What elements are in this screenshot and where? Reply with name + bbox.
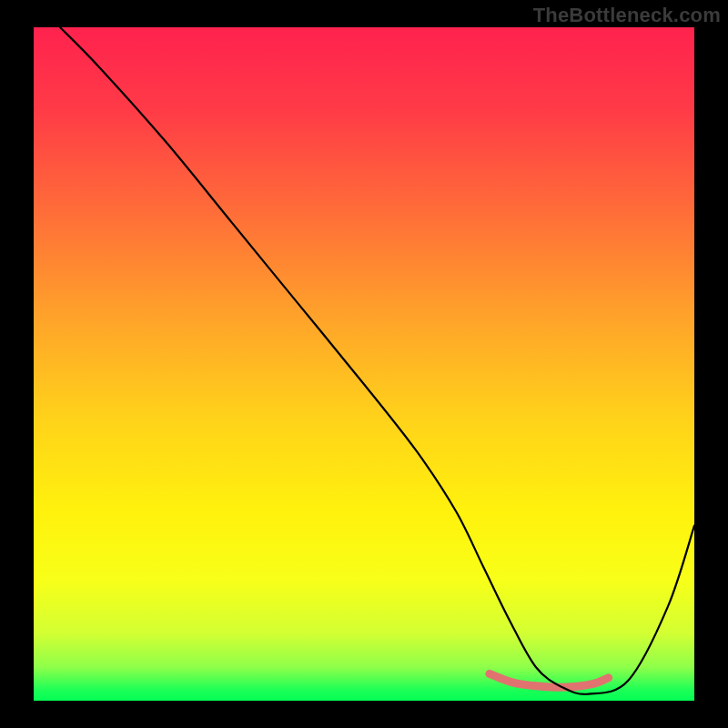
plot-svg: [34, 27, 694, 701]
chart-frame: TheBottleneck.com: [0, 0, 728, 728]
gradient-background: [34, 27, 694, 701]
plot-area: [34, 27, 694, 701]
watermark-text: TheBottleneck.com: [533, 4, 721, 27]
